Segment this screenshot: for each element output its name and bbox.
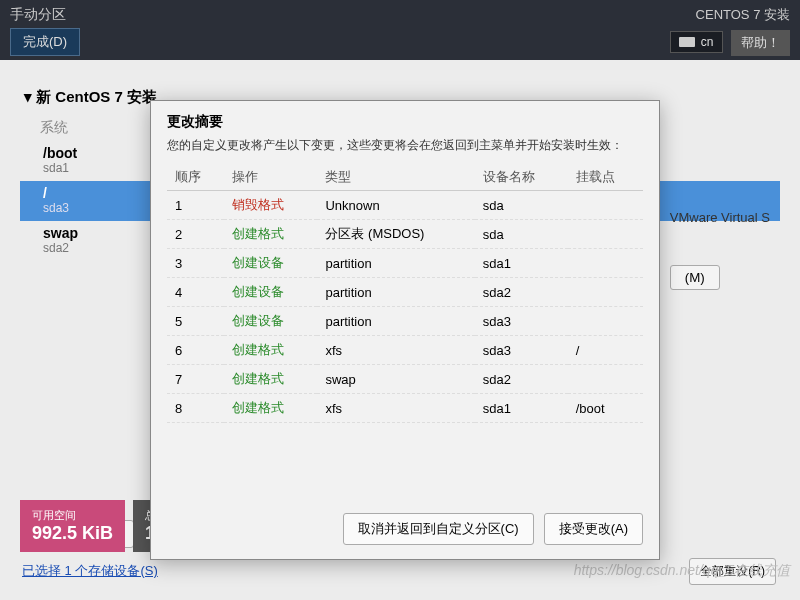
selected-devices-link[interactable]: 已选择 1 个存储设备(S)	[22, 562, 158, 580]
watermark-text: https://blog.csdn.net/qq_5在线充值	[574, 562, 790, 580]
col-type[interactable]: 类型	[317, 164, 474, 191]
available-space-box: 可用空间 992.5 KiB	[20, 500, 125, 552]
modify-button[interactable]: (M)	[670, 265, 720, 290]
table-row[interactable]: 2创建格式分区表 (MSDOS)sda	[167, 220, 643, 249]
table-row[interactable]: 3创建设备partitionsda1	[167, 249, 643, 278]
accept-button[interactable]: 接受更改(A)	[544, 513, 643, 545]
col-op[interactable]: 操作	[224, 164, 317, 191]
col-devname[interactable]: 设备名称	[475, 164, 568, 191]
keyboard-indicator[interactable]: cn	[670, 31, 723, 53]
page-title: 手动分区	[10, 6, 670, 24]
changes-table: 顺序 操作 类型 设备名称 挂载点 1销毁格式Unknownsda2创建格式分区…	[167, 164, 643, 423]
done-button[interactable]: 完成(D)	[10, 28, 80, 56]
avail-value: 992.5 KiB	[32, 523, 113, 544]
col-order[interactable]: 顺序	[167, 164, 224, 191]
table-row[interactable]: 8创建格式xfssda1/boot	[167, 394, 643, 423]
table-row[interactable]: 4创建设备partitionsda2	[167, 278, 643, 307]
dialog-description: 您的自定义更改将产生以下变更，这些变更将会在您返回到主菜单并开始安装时生效：	[167, 137, 643, 154]
table-row[interactable]: 7创建格式swapsda2	[167, 365, 643, 394]
table-row[interactable]: 6创建格式xfssda3/	[167, 336, 643, 365]
device-text: VMware Virtual S	[670, 210, 770, 225]
avail-label: 可用空间	[32, 508, 113, 523]
table-row[interactable]: 1销毁格式Unknownsda	[167, 191, 643, 220]
help-button[interactable]: 帮助！	[731, 30, 790, 56]
table-row[interactable]: 5创建设备partitionsda3	[167, 307, 643, 336]
keyboard-icon	[679, 37, 695, 47]
col-mount[interactable]: 挂载点	[568, 164, 643, 191]
install-title: CENTOS 7 安装	[670, 6, 790, 24]
dialog-title: 更改摘要	[167, 113, 643, 131]
lang-code: cn	[701, 35, 714, 49]
cancel-button[interactable]: 取消并返回到自定义分区(C)	[343, 513, 534, 545]
summary-dialog: 更改摘要 您的自定义更改将产生以下变更，这些变更将会在您返回到主菜单并开始安装时…	[150, 100, 660, 560]
